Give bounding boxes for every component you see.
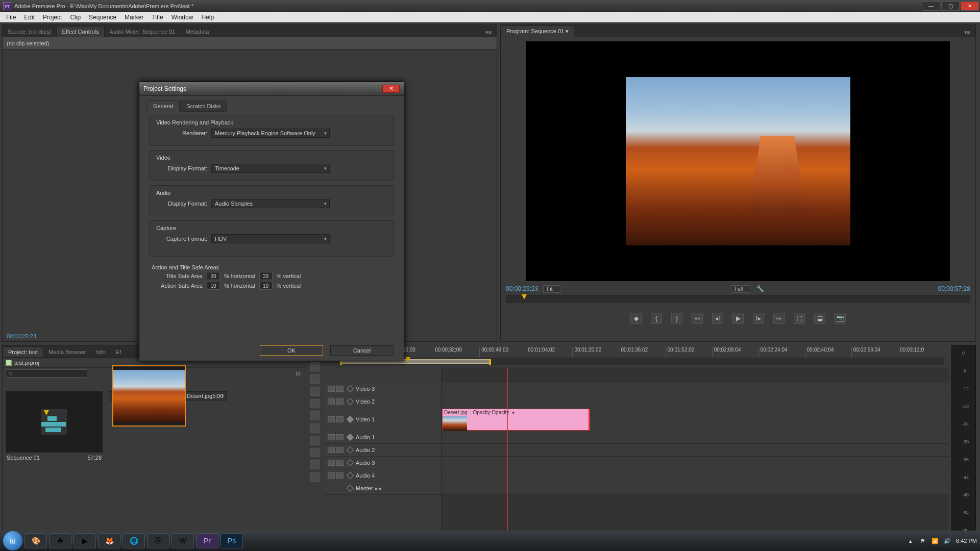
taskbar-app[interactable]: 🎨 [24, 533, 47, 548]
disclosure-icon[interactable] [347, 398, 354, 405]
rate-stretch-tool[interactable] [310, 399, 320, 408]
tab-audio-mixer[interactable]: Audio Mixer: Sequence 01 [105, 27, 181, 37]
eye-icon[interactable] [328, 386, 335, 392]
disclosure-icon[interactable] [347, 459, 354, 466]
disclosure-icon[interactable] [347, 472, 354, 479]
tray-flag-icon[interactable]: ⚑ [919, 537, 926, 544]
panel-menu-icon[interactable]: ▾≡ [962, 28, 972, 37]
menu-marker[interactable]: Marker [120, 13, 148, 22]
slide-tool[interactable] [310, 436, 320, 445]
project-item-image[interactable]: Desert.jpg5;00 [109, 391, 227, 400]
audio-track-header[interactable]: Audio 3 [325, 457, 442, 469]
program-playhead-icon[interactable] [522, 294, 527, 299]
lock-icon[interactable] [336, 460, 344, 466]
speaker-icon[interactable] [328, 460, 335, 466]
track-lane[interactable] [442, 383, 949, 395]
action-safe-h-input[interactable] [207, 282, 220, 290]
video-track-header[interactable]: Video 3 [325, 383, 442, 395]
track-select-tool[interactable] [310, 362, 320, 371]
lock-icon[interactable] [336, 447, 344, 453]
tab-effects[interactable]: Ef [111, 347, 126, 357]
window-maximize-button[interactable]: ▢ [941, 2, 960, 11]
track-lane[interactable] [442, 457, 949, 469]
panel-menu-icon[interactable]: ▾≡ [483, 28, 494, 37]
taskbar-app[interactable]: Ps [220, 533, 243, 548]
start-button[interactable]: ⊞ [3, 531, 22, 550]
disclosure-icon[interactable] [347, 385, 354, 392]
timeline-ruler[interactable]: 00;00 00;00;16;00 00;00;32;00 00;00;48;0… [340, 347, 944, 358]
taskbar-app[interactable]: Ⓢ [147, 533, 169, 548]
renderer-select[interactable]: Mercury Playback Engine Software Only [211, 129, 330, 138]
extract-button[interactable]: ⬓ [814, 313, 825, 324]
tray-volume-icon[interactable]: 🔊 [944, 537, 951, 544]
track-lane[interactable] [442, 431, 949, 444]
menu-project[interactable]: Project [39, 13, 66, 22]
eye-icon[interactable] [328, 416, 335, 422]
timeline-tracks-area[interactable]: Desert.jpgOpacity:Opacity▾ [442, 367, 949, 537]
speaker-icon[interactable] [328, 447, 335, 453]
lift-button[interactable]: ⬚ [794, 313, 805, 324]
menu-clip[interactable]: Clip [66, 13, 85, 22]
tab-source[interactable]: Source: (no clips) [3, 27, 57, 37]
program-timecode-duration[interactable]: 00;00;57;28 [938, 285, 970, 292]
taskbar-app[interactable]: 🦊 [98, 533, 120, 548]
taskbar-app[interactable]: ▶ [74, 533, 96, 548]
menu-title[interactable]: Title [148, 13, 167, 22]
track-lane[interactable] [442, 395, 949, 408]
add-marker-button[interactable]: ◆ [630, 313, 642, 324]
tab-project[interactable]: Project: test [3, 346, 43, 357]
work-area-bar[interactable] [340, 358, 944, 365]
tray-network-icon[interactable]: 📶 [932, 537, 939, 544]
step-forward-button[interactable]: Ⅰ▸ [753, 313, 764, 324]
disclosure-icon[interactable] [347, 485, 354, 492]
tray-hidden-icons-button[interactable]: ▴ [907, 537, 914, 544]
mark-in-button[interactable]: { [651, 313, 662, 324]
tab-effect-controls[interactable]: Effect Controls [57, 26, 105, 37]
tab-info[interactable]: Info [91, 347, 110, 357]
play-button[interactable]: ▶ [732, 313, 744, 324]
wrench-icon[interactable]: 🔧 [756, 285, 764, 292]
speaker-icon[interactable] [328, 434, 335, 440]
track-lane[interactable] [442, 444, 949, 457]
timeline-clip[interactable]: Desert.jpgOpacity:Opacity▾ [442, 409, 590, 431]
window-minimize-button[interactable]: — [922, 2, 940, 11]
taskbar-app[interactable]: 🌐 [122, 533, 145, 548]
menu-window[interactable]: Window [167, 13, 198, 22]
lock-icon[interactable] [336, 416, 344, 422]
video-format-select[interactable]: Timecode [211, 164, 330, 173]
dialog-tab-general[interactable]: General [146, 101, 180, 112]
ok-button[interactable]: OK [260, 345, 323, 356]
dialog-tab-scratch-disks[interactable]: Scratch Disks [180, 101, 227, 112]
razor-tool[interactable] [310, 411, 320, 420]
disclosure-icon[interactable] [347, 446, 354, 454]
hand-tool[interactable] [310, 460, 320, 469]
track-lane[interactable]: Desert.jpgOpacity:Opacity▾ [442, 408, 949, 431]
ripple-edit-tool[interactable] [310, 374, 320, 384]
menu-help[interactable]: Help [197, 13, 218, 22]
playhead-line[interactable] [507, 367, 508, 537]
quality-select[interactable]: Full [731, 285, 750, 293]
action-safe-v-input[interactable] [259, 282, 273, 290]
tray-clock[interactable]: 6:42 PM [956, 538, 977, 544]
tab-metadata[interactable]: Metadata [181, 27, 214, 37]
title-safe-v-input[interactable] [259, 272, 273, 280]
menu-edit[interactable]: Edit [20, 13, 39, 22]
eye-icon[interactable] [328, 398, 335, 405]
cancel-button[interactable]: Cancel [330, 345, 394, 356]
audio-track-header[interactable]: Audio 4 [325, 469, 442, 482]
tab-program[interactable]: Program: Sequence 01 ▾ [501, 26, 574, 37]
video-track-header[interactable]: Video 2 [325, 395, 442, 408]
disclosure-icon[interactable] [347, 416, 354, 423]
capture-format-select[interactable]: HDV [211, 234, 330, 243]
pen-tool[interactable] [310, 448, 320, 457]
project-search-input[interactable] [6, 369, 87, 378]
audio-format-select[interactable]: Audio Samples [211, 199, 330, 208]
disclosure-icon[interactable] [347, 434, 354, 441]
taskbar-app[interactable]: ☘ [49, 533, 71, 548]
menu-file[interactable]: File [2, 13, 20, 22]
slip-tool[interactable] [310, 423, 320, 433]
rolling-edit-tool[interactable] [310, 387, 320, 396]
zoom-tool[interactable] [310, 472, 320, 482]
program-viewport[interactable] [526, 41, 950, 281]
menu-sequence[interactable]: Sequence [85, 13, 120, 22]
